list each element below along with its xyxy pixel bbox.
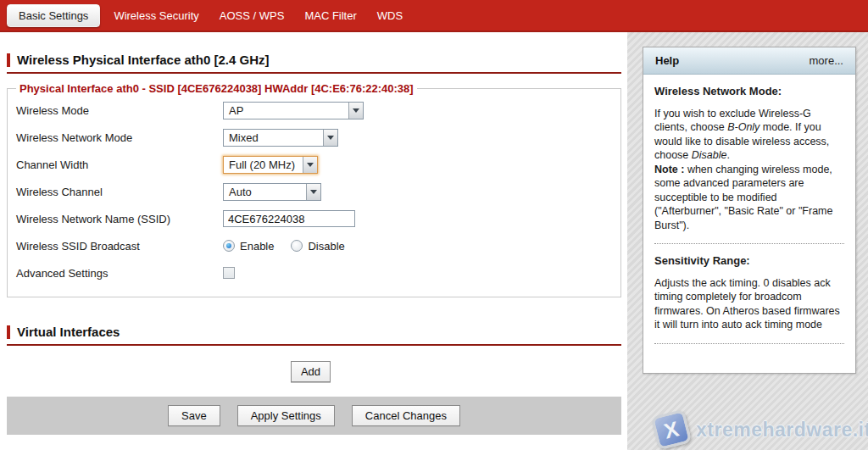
help-italic-term: Disable	[692, 149, 727, 161]
virtual-interfaces-heading: Virtual Interfaces	[7, 325, 627, 339]
physical-interface-heading: Wireless Physical Interface ath0 [2.4 GH…	[7, 53, 627, 67]
page-title: Wireless Physical Interface ath0 [2.4 GH…	[17, 53, 270, 67]
tab-basic-settings[interactable]: Basic Settings	[7, 4, 100, 27]
disable-radio[interactable]	[291, 240, 303, 252]
help-text-fragment: .	[726, 149, 729, 161]
disable-radio-label[interactable]: Disable	[308, 240, 344, 253]
chevron-down-icon	[327, 136, 334, 140]
heading-rule	[7, 344, 621, 346]
wireless-mode-row: Wireless Mode AP	[16, 97, 612, 124]
help-more-link[interactable]: more...	[810, 54, 843, 67]
channel-width-value: Full (20 MHz)	[224, 157, 300, 173]
network-mode-label: Wireless Network Mode	[16, 131, 223, 144]
wireless-mode-value: AP	[224, 103, 248, 119]
help-sensitivity-heading: Sensitivity Range:	[654, 254, 844, 269]
wireless-channel-label: Wireless Channel	[16, 186, 223, 198]
ssid-input[interactable]	[223, 210, 355, 227]
virtual-interfaces-title: Virtual Interfaces	[17, 325, 120, 339]
help-divider	[654, 243, 844, 244]
add-button-row: Add	[0, 361, 621, 382]
advanced-settings-checkbox[interactable]	[223, 267, 235, 279]
apply-settings-button[interactable]: Apply Settings	[237, 405, 335, 426]
channel-width-row: Channel Width Full (20 MHz)	[16, 151, 612, 178]
chevron-down-icon	[353, 108, 359, 113]
chevron-down-icon	[307, 163, 314, 167]
heading-accent-bar	[7, 53, 10, 67]
network-mode-row: Wireless Network Mode Mixed	[16, 124, 612, 151]
heading-rule	[7, 72, 621, 74]
network-mode-dropdown-button[interactable]	[323, 130, 337, 146]
watermark-text: xtremehardware.it	[696, 419, 868, 442]
help-network-mode-text: If you wish to exclude Wireless-G client…	[654, 107, 844, 233]
enable-radio-label[interactable]: Enable	[240, 240, 274, 253]
help-sensitivity-text: Adjusts the ack timing. 0 disables ack t…	[654, 276, 844, 332]
wireless-mode-label: Wireless Mode	[16, 104, 223, 117]
ssid-row: Wireless Network Name (SSID)	[16, 205, 612, 232]
ssid-broadcast-label: Wireless SSID Broadcast	[16, 240, 223, 253]
wireless-channel-dropdown-button[interactable]	[306, 184, 320, 200]
help-divider	[654, 343, 844, 344]
save-button[interactable]: Save	[168, 405, 220, 426]
ssid-broadcast-radio-group: Enable Disable	[223, 240, 362, 253]
wireless-mode-select[interactable]: AP	[223, 102, 364, 119]
tab-aoss-wps[interactable]: AOSS / WPS	[220, 9, 285, 22]
cancel-changes-button[interactable]: Cancel Changes	[352, 405, 460, 426]
top-navbar: Basic Settings Wireless Security AOSS / …	[0, 0, 868, 32]
wireless-mode-dropdown-button[interactable]	[348, 103, 363, 119]
advanced-settings-label: Advanced Settings	[16, 267, 223, 280]
physical-interface-fieldset: Physical Interface ath0 - SSID [4CE67622…	[7, 82, 621, 297]
help-sidebar: Help more... Wireless Network Mode: If y…	[627, 32, 868, 450]
ssid-label: Wireless Network Name (SSID)	[16, 213, 223, 225]
action-button-bar: Save Apply Settings Cancel Changes	[7, 397, 621, 435]
help-italic-term: B-Only	[727, 121, 760, 133]
channel-width-label: Channel Width	[16, 158, 223, 171]
channel-width-select[interactable]: Full (20 MHz)	[223, 156, 318, 174]
add-button[interactable]: Add	[291, 361, 331, 382]
advanced-settings-row: Advanced Settings	[16, 259, 612, 286]
xtremehardware-logo-icon: X	[651, 409, 692, 450]
wireless-channel-select[interactable]: Auto	[223, 183, 321, 201]
tab-wireless-security[interactable]: Wireless Security	[114, 9, 198, 22]
tab-wds[interactable]: WDS	[377, 9, 403, 22]
network-mode-select[interactable]: Mixed	[223, 129, 338, 147]
network-mode-value: Mixed	[224, 130, 264, 146]
help-title: Help	[655, 54, 679, 67]
main-content: Wireless Physical Interface ath0 [2.4 GH…	[0, 32, 627, 450]
heading-accent-bar	[7, 325, 10, 339]
chevron-down-icon	[310, 190, 317, 194]
help-body: Wireless Network Mode: If you wish to ex…	[643, 75, 855, 344]
tab-mac-filter[interactable]: MAC Filter	[304, 9, 356, 22]
help-panel: Help more... Wireless Network Mode: If y…	[643, 47, 856, 374]
wireless-channel-row: Wireless Channel Auto	[16, 178, 612, 205]
wireless-channel-value: Auto	[224, 184, 257, 200]
channel-width-dropdown-button[interactable]	[303, 157, 317, 173]
help-note-label: Note :	[654, 164, 684, 175]
enable-radio[interactable]	[223, 240, 235, 252]
fieldset-legend: Physical Interface ath0 - SSID [4CE67622…	[16, 82, 417, 95]
watermark: X xtremehardware.it	[654, 413, 868, 447]
help-network-mode-heading: Wireless Network Mode:	[654, 85, 844, 99]
ssid-broadcast-row: Wireless SSID Broadcast Enable Disable	[16, 232, 612, 259]
help-header: Help more...	[643, 47, 855, 75]
